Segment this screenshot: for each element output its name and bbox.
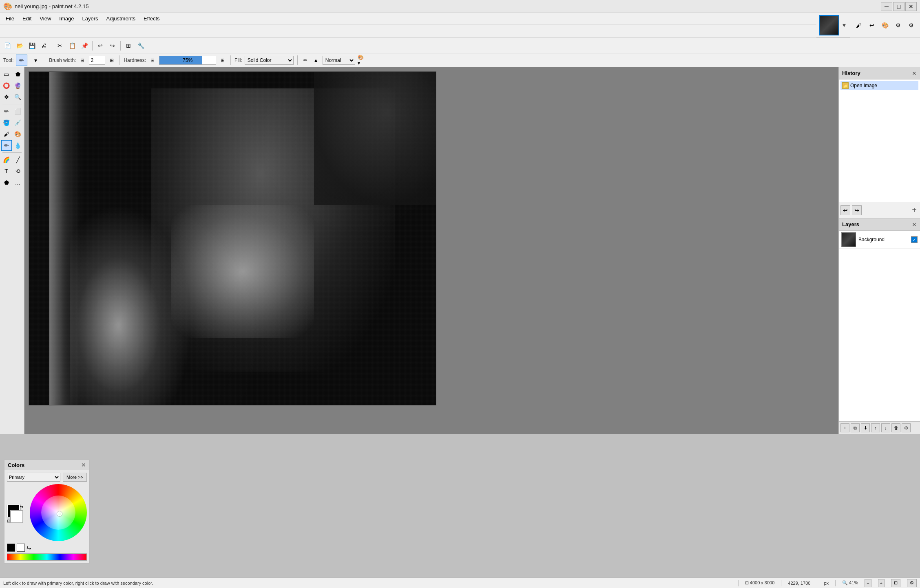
colors-header: Colors ✕ (4, 460, 89, 470)
title-bar: 🎨 neil young.jpg - paint.net 4.2.15 ─ □ … (0, 0, 920, 13)
layers-duplicate-button[interactable]: ⧉ (851, 423, 860, 432)
paste-button[interactable]: 📌 (79, 40, 90, 51)
layers-add-button[interactable]: + (840, 423, 849, 432)
maximize-button[interactable]: □ (893, 2, 905, 11)
zoom-in-button[interactable]: + (878, 579, 885, 587)
brush-width-increase[interactable]: ⊞ (108, 56, 116, 64)
cut-button[interactable]: ✂ (54, 40, 66, 51)
layers-delete-button[interactable]: 🗑 (891, 423, 900, 432)
tool-color-picker[interactable]: 💉 (13, 117, 23, 128)
open-button[interactable]: 📂 (14, 40, 25, 51)
print-button[interactable]: 🖨 (38, 40, 50, 51)
tool-clone-stamp[interactable]: 🖌 (1, 129, 12, 139)
toolbar-icon-3[interactable]: 🎨 (879, 20, 891, 31)
history-add-button[interactable]: + (910, 204, 918, 216)
toolbar-icon-1[interactable]: 🖌 (853, 20, 865, 31)
tool-fill-bucket[interactable]: 🪣 (1, 117, 12, 128)
hardness-decrease[interactable]: ⊟ (148, 56, 157, 64)
tool-shapes[interactable]: ⬟ (1, 177, 12, 188)
tool-line[interactable]: ╱ (13, 154, 23, 165)
history-item-open-image[interactable]: 📁 Open Image (840, 81, 918, 90)
small-fg-swatch[interactable] (7, 544, 15, 552)
tool-recolor[interactable]: 🎨 (13, 129, 23, 139)
fill-select[interactable]: Solid Color (245, 56, 294, 65)
close-button[interactable]: ✕ (905, 2, 917, 11)
colors-more-button[interactable]: More >> (63, 473, 87, 482)
menu-edit[interactable]: Edit (18, 14, 35, 23)
layers-merge-button[interactable]: ⬇ (861, 423, 870, 432)
history-redo-button[interactable]: ↪ (852, 205, 862, 215)
hardness-value: 75% (159, 56, 216, 64)
toolbar-icon-2[interactable]: ↩ (866, 20, 878, 31)
copy-button[interactable]: 📋 (66, 40, 78, 51)
tool-pencil[interactable]: ✏ (1, 106, 12, 117)
hardness-increase[interactable]: ⊞ (219, 56, 227, 64)
undo-button[interactable]: ↩ (95, 40, 106, 51)
menu-view[interactable]: View (35, 14, 55, 23)
save-button[interactable]: 💾 (26, 40, 38, 51)
brush-width-input[interactable] (89, 56, 105, 65)
background-swatch[interactable] (10, 510, 23, 523)
toolbar-icon-5[interactable]: ⚙ (905, 20, 917, 31)
color-mode-select[interactable]: Primary Secondary (7, 473, 60, 482)
menu-bar: File Edit View Image Layers Adjustments … (0, 13, 816, 24)
layers-close-button[interactable]: ✕ (912, 221, 917, 228)
tool-ellipse-select[interactable]: ⭕ (1, 80, 12, 91)
minimize-button[interactable]: ─ (881, 2, 892, 11)
history-close-button[interactable]: ✕ (912, 70, 917, 77)
swap-colors-button[interactable]: ⇆ (20, 504, 23, 509)
menu-effects[interactable]: Effects (139, 14, 164, 23)
colors-bottom: ⇆ (7, 544, 87, 552)
brush-tool-btn[interactable]: ✏ (16, 55, 27, 66)
doc-tab[interactable]: ▾ (816, 13, 850, 37)
history-undo-button[interactable]: ↩ (840, 205, 850, 215)
tool-magic-wand[interactable]: 🔮 (13, 80, 23, 91)
small-bg-swatch[interactable] (17, 544, 25, 552)
tool-eraser[interactable]: ⬜ (13, 106, 23, 117)
status-sep-2 (781, 580, 781, 586)
hue-strip[interactable] (7, 553, 87, 561)
doc-tab-arrow[interactable]: ▾ (841, 20, 847, 31)
brush-width-decrease[interactable]: ⊟ (78, 56, 86, 64)
canvas-area[interactable] (24, 67, 838, 434)
settings-button[interactable]: 🔧 (135, 40, 146, 51)
tool-select-arrow[interactable]: ▾ (30, 55, 41, 66)
menu-image[interactable]: Image (55, 14, 78, 23)
menu-layers[interactable]: Layers (78, 14, 102, 23)
blend-mode-select[interactable]: Normal (323, 56, 355, 65)
colors-swap-small[interactable]: ⇆ (27, 544, 31, 551)
tool-transform[interactable]: ⟲ (13, 166, 23, 176)
tool-lasso-select[interactable]: ⬟ (13, 69, 23, 79)
zoom-out-button[interactable]: − (865, 579, 871, 587)
zoom-fit-button[interactable]: ⊡ (891, 579, 900, 587)
tool-misc[interactable]: … (13, 177, 23, 188)
hardness-progress[interactable]: 75% (159, 56, 216, 65)
layers-panel-header: Layers ✕ (839, 218, 920, 231)
new-button[interactable]: 📄 (2, 40, 13, 51)
colors-close-button[interactable]: ✕ (81, 462, 86, 468)
opt-sep-1 (45, 55, 45, 65)
tool-brush[interactable]: ✏ (1, 140, 12, 151)
menu-file[interactable]: File (2, 14, 18, 23)
tool-rect-select[interactable]: ▭ (1, 69, 12, 79)
layer-visibility-toggle[interactable]: ✓ (911, 236, 918, 243)
tool-move[interactable]: ✥ (1, 92, 12, 102)
settings-status-button[interactable]: ⚙ (907, 579, 917, 587)
layers-move-up-button[interactable]: ↑ (871, 423, 880, 432)
blend-options-btn[interactable]: 🎨▾ (358, 56, 366, 64)
reset-colors-button[interactable]: ⊡ (7, 519, 10, 523)
tool-zoom[interactable]: 🔍 (13, 92, 23, 102)
layers-move-down-button[interactable]: ↓ (881, 423, 890, 432)
menu-adjustments[interactable]: Adjustments (102, 14, 139, 23)
toolbar-icon-4[interactable]: ⚙ (892, 20, 904, 31)
layers-properties-button[interactable]: ⚙ (902, 423, 911, 432)
tool-text[interactable]: T (1, 166, 12, 176)
tool-smudge[interactable]: 💧 (13, 140, 23, 151)
tool-gradient[interactable]: 🌈 (1, 154, 12, 165)
color-wheel[interactable] (30, 484, 87, 541)
grid-button[interactable]: ⊞ (123, 40, 134, 51)
layer-item-background[interactable]: Background ✓ (839, 231, 920, 249)
history-content: 📁 Open Image (839, 79, 920, 202)
redo-button[interactable]: ↪ (107, 40, 118, 51)
status-bar: Left click to draw with primary color, r… (0, 577, 920, 588)
